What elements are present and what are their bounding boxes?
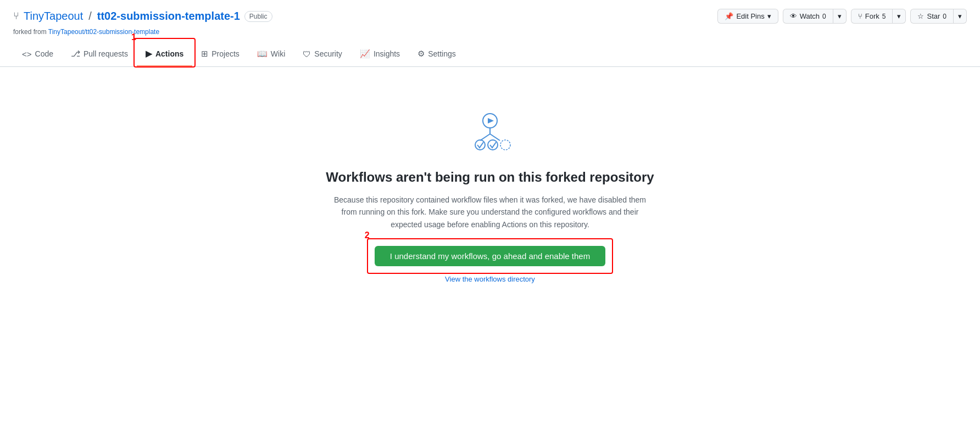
star-count: 0: [943, 13, 946, 20]
step1-annotation: 1: [131, 32, 136, 42]
watch-button[interactable]: 👁 Watch 0: [783, 9, 833, 24]
enable-workflows-button[interactable]: I understand my workflows, go ahead and …: [375, 246, 605, 266]
tab-wiki-label: Wiki: [271, 49, 285, 58]
tab-actions[interactable]: ▶ Actions: [137, 42, 192, 66]
watch-count: 0: [822, 13, 826, 20]
visibility-badge: Public: [244, 11, 272, 22]
repo-title-row: ⑂ TinyTapeout / tt02-submission-template…: [13, 9, 967, 24]
edit-pins-group: 📌 Edit Pins ▾: [717, 9, 778, 24]
insights-icon: 📈: [360, 49, 370, 59]
star-group: ☆ Star 0 ▾: [910, 9, 967, 24]
repo-separator: /: [88, 10, 92, 23]
wiki-icon: 📖: [257, 49, 268, 59]
tab-pull-requests[interactable]: ⎇ Pull requests: [62, 42, 137, 66]
repo-name-link[interactable]: tt02-submission-template-1: [97, 10, 240, 23]
actions-illustration: [463, 111, 517, 156]
actions-play-icon: ▶: [146, 49, 152, 59]
repo-actions-right: 📌 Edit Pins ▾ 👁 Watch 0 ▾ ⑂: [717, 9, 967, 24]
chevron-down-icon: ▾: [958, 12, 962, 20]
view-workflows-link[interactable]: View the workflows directory: [445, 275, 535, 283]
star-label: Star: [927, 12, 940, 20]
forked-from-label: forked from: [13, 28, 47, 36]
tab-security-label: Security: [314, 49, 342, 58]
chevron-down-icon: ▾: [897, 12, 901, 20]
repo-nav: <> Code ⎇ Pull requests 1 ▶ Actions ⊞ Pr…: [13, 42, 967, 66]
svg-point-6: [488, 140, 498, 150]
security-icon: 🛡: [303, 49, 311, 59]
projects-icon: ⊞: [201, 49, 208, 59]
fork-dropdown-button[interactable]: ▾: [892, 9, 906, 24]
fork-group: ⑂ Fork 5 ▾: [851, 9, 906, 24]
enable-button-wrapper: 2 I understand my workflows, go ahead an…: [375, 246, 605, 266]
repo-org-link[interactable]: TinyTapeout: [24, 10, 83, 23]
star-icon: ☆: [917, 12, 924, 20]
eye-icon: 👁: [790, 12, 797, 20]
tab-settings[interactable]: ⚙ Settings: [409, 42, 465, 66]
forked-from-link[interactable]: TinyTapeout/tt02-submission-template: [48, 28, 159, 36]
tab-pull-requests-label: Pull requests: [83, 49, 128, 58]
code-icon: <>: [22, 49, 32, 59]
tab-projects[interactable]: ⊞ Projects: [192, 42, 248, 66]
repo-title-left: ⑂ TinyTapeout / tt02-submission-template…: [13, 10, 272, 23]
watch-label: Watch: [800, 12, 820, 20]
forked-from: forked from TinyTapeout/tt02-submission-…: [13, 28, 967, 36]
svg-point-5: [475, 140, 485, 150]
tab-code-label: Code: [35, 49, 53, 58]
tab-security[interactable]: 🛡 Security: [294, 43, 351, 66]
tab-settings-label: Settings: [428, 49, 456, 58]
edit-pins-button[interactable]: 📌 Edit Pins ▾: [717, 9, 778, 24]
star-button[interactable]: ☆ Star 0: [910, 9, 953, 24]
fork-icon: ⑂: [13, 10, 19, 22]
fork-count: 5: [882, 13, 886, 20]
edit-pins-label: Edit Pins: [736, 12, 764, 20]
tab-wiki[interactable]: 📖 Wiki: [248, 42, 294, 66]
tab-code[interactable]: <> Code: [13, 43, 62, 66]
svg-marker-1: [488, 118, 494, 124]
settings-icon: ⚙: [417, 49, 425, 59]
watch-dropdown-button[interactable]: ▾: [833, 9, 847, 24]
tab-insights-label: Insights: [374, 49, 400, 58]
main-content: Workflows aren't being run on this forke…: [0, 67, 980, 305]
star-dropdown-button[interactable]: ▾: [953, 9, 967, 24]
tab-projects-label: Projects: [211, 49, 240, 58]
pin-icon: 📌: [725, 12, 733, 20]
fork-button[interactable]: ⑂ Fork 5: [851, 9, 893, 24]
chevron-down-icon: ▾: [838, 12, 842, 20]
fork-label: Fork: [865, 12, 879, 20]
tab-insights[interactable]: 📈 Insights: [351, 42, 409, 66]
workflows-description: Because this repository contained workfl…: [331, 194, 649, 231]
svg-line-3: [480, 134, 490, 141]
fork-repo-icon: ⑂: [858, 12, 862, 20]
workflows-title: Workflows aren't being run on this forke…: [326, 170, 654, 185]
svg-point-7: [500, 140, 510, 150]
tab-actions-wrapper: 1 ▶ Actions: [137, 42, 192, 66]
watch-group: 👁 Watch 0 ▾: [783, 9, 847, 24]
repo-header: ⑂ TinyTapeout / tt02-submission-template…: [0, 0, 980, 67]
svg-line-4: [490, 134, 500, 141]
pull-request-icon: ⎇: [71, 49, 80, 59]
chevron-down-icon: ▾: [767, 12, 771, 20]
tab-actions-label: Actions: [155, 49, 183, 58]
step2-annotation: 2: [365, 231, 370, 240]
